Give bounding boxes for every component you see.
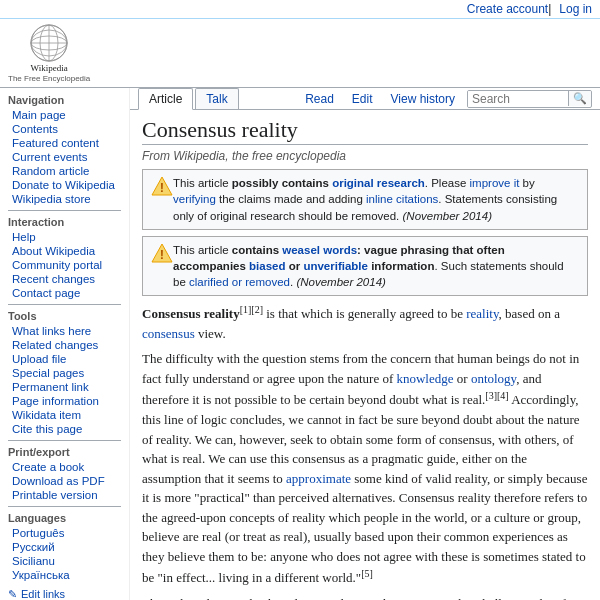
sidebar-item-create-book[interactable]: Create a book [0,460,129,474]
print-title: Print/export [0,444,129,460]
wiki-layout: Navigation Main page Contents Featured c… [0,88,600,600]
article-body: Consensus reality From Wikipedia, the fr… [130,110,600,600]
warning-icon-2: ! [151,242,173,264]
sidebar-interaction: Interaction Help About Wikipedia Communi… [0,214,129,300]
sidebar-divider-4 [8,506,121,507]
sidebar-item-cite[interactable]: Cite this page [0,422,129,436]
article-para-3: Throughout history this has also raised … [142,594,588,600]
article-subtitle: From Wikipedia, the free encyclopedia [142,149,588,163]
tab-view-history[interactable]: View history [385,89,461,109]
sidebar-tools: Tools What links here Related changes Up… [0,308,129,436]
sidebar-item-about[interactable]: About Wikipedia [0,244,129,258]
tab-read[interactable]: Read [299,89,340,109]
sidebar-item-random[interactable]: Random article [0,164,129,178]
warning-icon-1: ! [151,175,173,197]
sidebar-item-community[interactable]: Community portal [0,258,129,272]
sidebar-item-sicilianu[interactable]: Sicilianu [0,554,129,568]
sidebar-item-help[interactable]: Help [0,230,129,244]
wiki-logo[interactable]: Wikipedia The Free Encyclopedia [8,23,90,83]
search-box: 🔍 [467,90,592,108]
article-para-1: Consensus reality[1][2] is that which is… [142,302,588,343]
sidebar-languages: Languages Português Русский Sicilianu Ук… [0,510,129,582]
sidebar-item-current-events[interactable]: Current events [0,150,129,164]
sidebar-item-store[interactable]: Wikipedia store [0,192,129,206]
search-input[interactable] [468,91,568,107]
warning-box-weasel-words: ! This article contains weasel words: va… [142,236,588,296]
tab-article[interactable]: Article [138,88,193,110]
tabs-left: Article Talk [138,88,241,109]
sidebar-item-related-changes[interactable]: Related changes [0,338,129,352]
sidebar-item-wikidata[interactable]: Wikidata item [0,408,129,422]
wiki-globe-icon [29,23,69,63]
sidebar-item-contents[interactable]: Contents [0,122,129,136]
sidebar-divider-1 [8,210,121,211]
top-bar: Create account | Log in [0,0,600,19]
tab-talk[interactable]: Talk [195,88,238,109]
warning-triangle-icon-2: ! [151,242,173,264]
wiki-subtitle: The Free Encyclopedia [8,74,90,83]
login-link[interactable]: Log in [559,2,592,16]
wiki-title: Wikipedia [31,63,68,74]
sidebar-item-russian[interactable]: Русский [0,540,129,554]
sidebar-item-page-info[interactable]: Page information [0,394,129,408]
languages-title: Languages [0,510,129,526]
sidebar-item-donate[interactable]: Donate to Wikipedia [0,178,129,192]
warning-box-original-research: ! This article possibly contains origina… [142,169,588,229]
sidebar-navigation: Navigation Main page Contents Featured c… [0,92,129,206]
sidebar-item-upload[interactable]: Upload file [0,352,129,366]
nav-title: Navigation [0,92,129,108]
edit-links-pencil-icon: ✎ [8,588,17,600]
tabs-right: Read Edit View history 🔍 [299,89,592,109]
sidebar-item-featured[interactable]: Featured content [0,136,129,150]
sidebar-item-ukrainian[interactable]: Українська [0,568,129,582]
sidebar-item-printable[interactable]: Printable version [0,488,129,502]
sidebar-divider-3 [8,440,121,441]
search-button[interactable]: 🔍 [568,91,591,106]
warning-triangle-icon: ! [151,175,173,197]
warning-text-2: This article contains weasel words: vagu… [173,242,579,290]
tab-edit[interactable]: Edit [346,89,379,109]
svg-text:!: ! [160,247,164,262]
edit-links[interactable]: ✎ Edit links [0,586,129,600]
sidebar-divider-2 [8,304,121,305]
wiki-header: Wikipedia The Free Encyclopedia [0,19,600,88]
main-content: Article Talk Read Edit View history 🔍 Co… [130,88,600,600]
warning-text-1: This article possibly contains original … [173,175,579,223]
sidebar-item-recent-changes[interactable]: Recent changes [0,272,129,286]
tabs-bar: Article Talk Read Edit View history 🔍 [130,88,600,110]
sidebar: Navigation Main page Contents Featured c… [0,88,130,600]
sidebar-item-special-pages[interactable]: Special pages [0,366,129,380]
tools-title: Tools [0,308,129,324]
sidebar-print: Print/export Create a book Download as P… [0,444,129,502]
create-account-link[interactable]: Create account [467,2,548,16]
sidebar-item-download-pdf[interactable]: Download as PDF [0,474,129,488]
article-para-2: The difficulty with the question stems f… [142,349,588,588]
article-title: Consensus reality [142,116,588,146]
sidebar-item-permanent-link[interactable]: Permanent link [0,380,129,394]
sidebar-item-contact[interactable]: Contact page [0,286,129,300]
svg-text:!: ! [160,180,164,195]
sidebar-item-what-links[interactable]: What links here [0,324,129,338]
sidebar-item-portugues[interactable]: Português [0,526,129,540]
sidebar-item-main-page[interactable]: Main page [0,108,129,122]
interaction-title: Interaction [0,214,129,230]
